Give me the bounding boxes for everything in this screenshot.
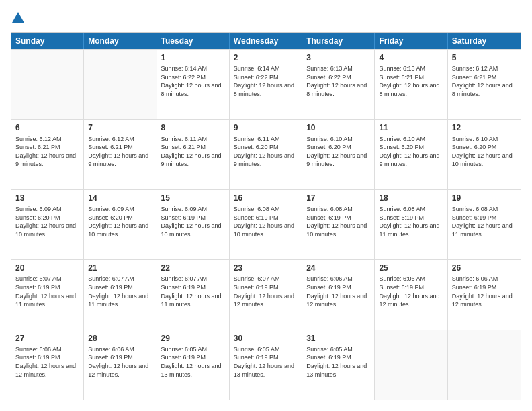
calendar-cell xyxy=(84,50,157,119)
weekday-header: Tuesday xyxy=(157,33,230,49)
calendar-cell: 14Sunrise: 6:09 AM Sunset: 6:20 PM Dayli… xyxy=(84,190,157,259)
weekday-header: Friday xyxy=(375,33,447,49)
cell-text: Sunrise: 6:12 AM Sunset: 6:21 PM Dayligh… xyxy=(88,135,152,169)
cell-text: Sunrise: 6:05 AM Sunset: 6:19 PM Dayligh… xyxy=(234,345,298,379)
calendar-cell: 24Sunrise: 6:06 AM Sunset: 6:19 PM Dayli… xyxy=(302,260,375,329)
cell-text: Sunrise: 6:11 AM Sunset: 6:20 PM Dayligh… xyxy=(234,135,298,169)
calendar-cell: 22Sunrise: 6:07 AM Sunset: 6:19 PM Dayli… xyxy=(157,260,230,329)
calendar-row: 6Sunrise: 6:12 AM Sunset: 6:21 PM Daylig… xyxy=(11,119,521,189)
calendar-body: 1Sunrise: 6:14 AM Sunset: 6:22 PM Daylig… xyxy=(11,49,521,400)
calendar-cell: 17Sunrise: 6:08 AM Sunset: 6:19 PM Dayli… xyxy=(302,190,375,259)
day-number: 31 xyxy=(306,333,370,344)
calendar-cell xyxy=(448,330,521,400)
cell-text: Sunrise: 6:07 AM Sunset: 6:19 PM Dayligh… xyxy=(88,275,152,308)
calendar-cell: 5Sunrise: 6:12 AM Sunset: 6:21 PM Daylig… xyxy=(448,50,521,119)
cell-text: Sunrise: 6:11 AM Sunset: 6:21 PM Dayligh… xyxy=(161,135,225,169)
weekday-header: Wednesday xyxy=(230,33,302,49)
calendar-cell: 11Sunrise: 6:10 AM Sunset: 6:20 PM Dayli… xyxy=(375,120,447,189)
day-number: 9 xyxy=(234,122,298,133)
day-number: 15 xyxy=(161,193,225,203)
day-number: 4 xyxy=(379,52,443,63)
cell-text: Sunrise: 6:10 AM Sunset: 6:20 PM Dayligh… xyxy=(306,135,370,169)
cell-text: Sunrise: 6:12 AM Sunset: 6:21 PM Dayligh… xyxy=(15,135,79,169)
cell-text: Sunrise: 6:14 AM Sunset: 6:22 PM Dayligh… xyxy=(161,64,225,98)
calendar-cell: 12Sunrise: 6:10 AM Sunset: 6:20 PM Dayli… xyxy=(448,120,521,189)
calendar-row: 13Sunrise: 6:09 AM Sunset: 6:20 PM Dayli… xyxy=(11,189,521,259)
calendar-cell: 20Sunrise: 6:07 AM Sunset: 6:19 PM Dayli… xyxy=(11,260,84,329)
day-number: 27 xyxy=(15,333,79,344)
day-number: 19 xyxy=(452,193,517,203)
calendar-cell: 28Sunrise: 6:06 AM Sunset: 6:19 PM Dayli… xyxy=(84,330,157,400)
page: SundayMondayTuesdayWednesdayThursdayFrid… xyxy=(0,0,532,411)
day-number: 17 xyxy=(306,193,370,203)
day-number: 22 xyxy=(161,263,225,273)
weekday-header: Sunday xyxy=(11,33,84,49)
calendar-cell: 29Sunrise: 6:05 AM Sunset: 6:19 PM Dayli… xyxy=(157,330,230,400)
day-number: 11 xyxy=(379,122,443,133)
day-number: 8 xyxy=(161,122,225,133)
cell-text: Sunrise: 6:06 AM Sunset: 6:19 PM Dayligh… xyxy=(379,275,443,308)
calendar-cell: 21Sunrise: 6:07 AM Sunset: 6:19 PM Dayli… xyxy=(84,260,157,329)
calendar-cell: 2Sunrise: 6:14 AM Sunset: 6:22 PM Daylig… xyxy=(230,50,302,119)
day-number: 2 xyxy=(234,52,298,63)
cell-text: Sunrise: 6:13 AM Sunset: 6:22 PM Dayligh… xyxy=(306,64,370,98)
day-number: 12 xyxy=(452,122,517,133)
calendar-cell: 18Sunrise: 6:08 AM Sunset: 6:19 PM Dayli… xyxy=(375,190,447,259)
day-number: 28 xyxy=(88,333,152,344)
day-number: 18 xyxy=(379,193,443,203)
cell-text: Sunrise: 6:09 AM Sunset: 6:20 PM Dayligh… xyxy=(88,205,152,238)
cell-text: Sunrise: 6:06 AM Sunset: 6:19 PM Dayligh… xyxy=(306,275,370,308)
cell-text: Sunrise: 6:08 AM Sunset: 6:19 PM Dayligh… xyxy=(452,205,517,238)
svg-marker-0 xyxy=(12,12,24,23)
calendar-cell: 26Sunrise: 6:06 AM Sunset: 6:19 PM Dayli… xyxy=(448,260,521,329)
cell-text: Sunrise: 6:05 AM Sunset: 6:19 PM Dayligh… xyxy=(306,345,370,379)
calendar-cell xyxy=(375,330,447,400)
cell-text: Sunrise: 6:06 AM Sunset: 6:19 PM Dayligh… xyxy=(452,275,517,308)
cell-text: Sunrise: 6:06 AM Sunset: 6:19 PM Dayligh… xyxy=(15,345,79,379)
calendar-header: SundayMondayTuesdayWednesdayThursdayFrid… xyxy=(11,33,521,49)
cell-text: Sunrise: 6:14 AM Sunset: 6:22 PM Dayligh… xyxy=(234,64,298,98)
calendar-cell: 27Sunrise: 6:06 AM Sunset: 6:19 PM Dayli… xyxy=(11,330,84,400)
cell-text: Sunrise: 6:05 AM Sunset: 6:19 PM Dayligh… xyxy=(161,345,225,379)
cell-text: Sunrise: 6:08 AM Sunset: 6:19 PM Dayligh… xyxy=(234,205,298,238)
cell-text: Sunrise: 6:08 AM Sunset: 6:19 PM Dayligh… xyxy=(306,205,370,238)
cell-text: Sunrise: 6:13 AM Sunset: 6:21 PM Dayligh… xyxy=(379,64,443,98)
calendar-cell: 3Sunrise: 6:13 AM Sunset: 6:22 PM Daylig… xyxy=(302,50,375,119)
calendar-cell: 15Sunrise: 6:09 AM Sunset: 6:19 PM Dayli… xyxy=(157,190,230,259)
cell-text: Sunrise: 6:06 AM Sunset: 6:19 PM Dayligh… xyxy=(88,345,152,379)
day-number: 6 xyxy=(15,122,79,133)
day-number: 16 xyxy=(234,193,298,203)
calendar-cell: 16Sunrise: 6:08 AM Sunset: 6:19 PM Dayli… xyxy=(230,190,302,259)
day-number: 10 xyxy=(306,122,370,133)
cell-text: Sunrise: 6:10 AM Sunset: 6:20 PM Dayligh… xyxy=(452,135,517,169)
cell-text: Sunrise: 6:07 AM Sunset: 6:19 PM Dayligh… xyxy=(15,275,79,308)
day-number: 25 xyxy=(379,263,443,273)
day-number: 14 xyxy=(88,193,152,203)
cell-text: Sunrise: 6:12 AM Sunset: 6:21 PM Dayligh… xyxy=(452,64,517,98)
weekday-header: Thursday xyxy=(302,33,375,49)
calendar-cell: 13Sunrise: 6:09 AM Sunset: 6:20 PM Dayli… xyxy=(11,190,84,259)
calendar-cell xyxy=(11,50,84,119)
cell-text: Sunrise: 6:09 AM Sunset: 6:20 PM Dayligh… xyxy=(15,205,79,238)
calendar-cell: 10Sunrise: 6:10 AM Sunset: 6:20 PM Dayli… xyxy=(302,120,375,189)
day-number: 7 xyxy=(88,122,152,133)
calendar-row: 20Sunrise: 6:07 AM Sunset: 6:19 PM Dayli… xyxy=(11,259,521,329)
weekday-header: Monday xyxy=(84,33,157,49)
day-number: 30 xyxy=(234,333,298,344)
header xyxy=(11,11,521,26)
day-number: 24 xyxy=(306,263,370,273)
calendar-cell: 6Sunrise: 6:12 AM Sunset: 6:21 PM Daylig… xyxy=(11,120,84,189)
calendar-cell: 1Sunrise: 6:14 AM Sunset: 6:22 PM Daylig… xyxy=(157,50,230,119)
day-number: 1 xyxy=(161,52,225,63)
calendar-cell: 30Sunrise: 6:05 AM Sunset: 6:19 PM Dayli… xyxy=(230,330,302,400)
calendar-cell: 19Sunrise: 6:08 AM Sunset: 6:19 PM Dayli… xyxy=(448,190,521,259)
calendar-row: 1Sunrise: 6:14 AM Sunset: 6:22 PM Daylig… xyxy=(11,49,521,119)
day-number: 13 xyxy=(15,193,79,203)
day-number: 26 xyxy=(452,263,517,273)
weekday-header: Saturday xyxy=(448,33,521,49)
day-number: 5 xyxy=(452,52,517,63)
calendar-cell: 4Sunrise: 6:13 AM Sunset: 6:21 PM Daylig… xyxy=(375,50,447,119)
calendar-cell: 23Sunrise: 6:07 AM Sunset: 6:19 PM Dayli… xyxy=(230,260,302,329)
cell-text: Sunrise: 6:07 AM Sunset: 6:19 PM Dayligh… xyxy=(234,275,298,308)
day-number: 23 xyxy=(234,263,298,273)
